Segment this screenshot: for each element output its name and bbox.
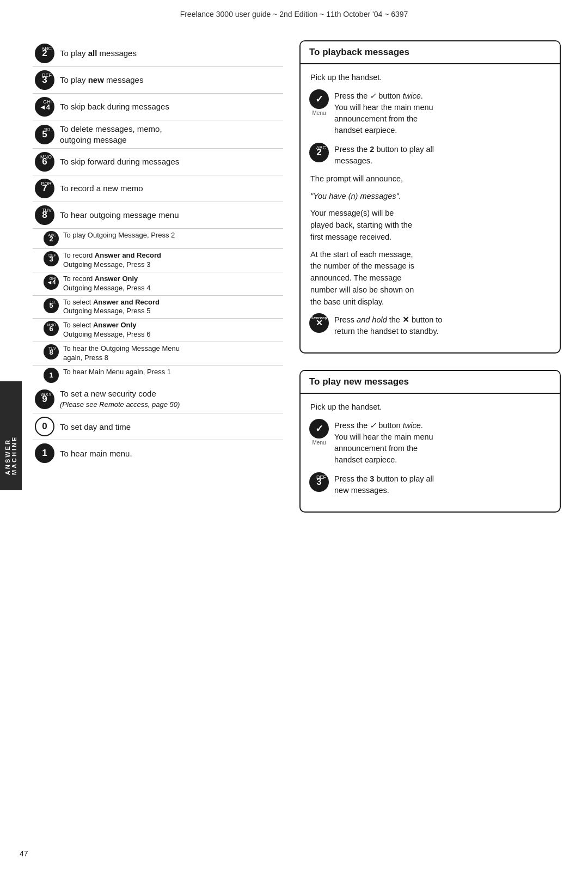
playback-step-x: Secrecy✕ Press and hold the ✕ button tor… [309,313,551,337]
menu-label-new: Menu [312,440,326,446]
menu-text-4: To skip back during messages [60,101,169,112]
submenu-badge-3: DEF3 [44,251,59,266]
header-title: Freelance 3000 user guide ~ 2nd Edition … [180,10,408,19]
page-number: 47 [20,849,28,858]
playback-box: To playback messages Pick up the handset… [299,40,561,354]
submenu-badge-2: ABC2 [44,231,59,246]
menu-row-2: ABC2 To play all messages [33,40,283,67]
left-column: ABC2 To play all messages DEF3 To play n… [33,40,283,529]
key-badge-8: TUV8 [35,205,54,225]
new-check-text: Press the ✓ button twice. You will hear … [334,419,433,466]
menu-row-5: JKL5 To delete messages, memo,outgoing m… [33,120,283,149]
menu-text-5: To delete messages, memo,outgoing messag… [60,124,162,145]
key-badge-2: ABC2 [35,44,54,63]
menu-row-1: 1 To hear main menu. [33,440,283,466]
key-badge-4: GHI◄4 [35,97,54,117]
menu-row-3: DEF3 To play new messages [33,67,283,94]
playback-played-text: Your message(s) will beplayed back, star… [309,208,551,243]
submenu-row-3: DEF3 To record Answer and RecordOutgoing… [33,249,283,272]
side-label: ANSWER MACHINE [0,381,22,490]
submenu-row-5: JKL5 To select Answer and RecordOutgoing… [33,296,283,319]
menu-row-7: PQR7 To record a new memo [33,175,283,202]
key-badge-7: PQR7 [35,179,54,198]
submenu-text-6: To select Answer OnlyOutgoing Message, P… [63,321,150,339]
playback-check-text: Press the ✓ button twice. You will hear … [334,89,433,136]
submenu-badge-5: JKL5 [44,298,59,313]
x-badge: Secrecy✕ [309,313,329,333]
submenu-text-3: To record Answer and RecordOutgoing Mess… [63,251,161,270]
menu-row-4: GHI◄4 To skip back during messages [33,94,283,120]
playback-box-title: To playback messages [301,41,560,64]
menu-row-8: TUV8 To hear outgoing message menu [33,202,283,229]
badge-right-2: ABC2 [309,143,329,162]
playback-step-2: ABC2 Press the 2 button to play allmessa… [309,143,551,167]
menu-row-9: WXY9 To set a new security code(Please s… [33,385,283,413]
submenu-text-1: To hear Main Menu again, Press 1 [63,368,171,377]
playback-quote: "You have (n) messages". [309,191,551,203]
right-column: To playback messages Pick up the handset… [299,40,561,529]
playback-step-pickup: Pick up the handset. [309,72,551,84]
playback-prompt-text: The prompt will announce, [309,173,551,185]
playback-step-check: ✓ Menu Press the ✓ button twice. You wil… [309,89,551,136]
key-badge-9: WXY9 [35,389,54,409]
submenu-text-2: To play Outgoing Message, Press 2 [63,231,175,240]
new-step-check: ✓ Menu Press the ✓ button twice. You wil… [309,419,551,466]
submenu-row-6: MNO6 To select Answer OnlyOutgoing Messa… [33,319,283,342]
badge-right-3: DEF3 [309,472,329,492]
submenu-row-4: GHI◄4 To record Answer OnlyOutgoing Mess… [33,272,283,296]
new-messages-box-title: To play new messages [301,371,560,394]
playback-x-text: Press and hold the ✕ button toreturn the… [334,313,442,337]
submenu-badge-8b: TUV8 [44,344,59,360]
menu-text-7: To record a new memo [60,183,143,194]
check-badge: ✓ [309,89,329,109]
key-badge-1: 1 [35,443,54,463]
new-step-3: DEF3 Press the 3 button to play allnew m… [309,472,551,496]
playback-box-body: Pick up the handset. ✓ Menu Press the ✓ … [301,64,560,352]
new-3-text: Press the 3 button to play allnew messag… [334,472,434,496]
menu-text-2: To play all messages [60,48,137,59]
menu-text-0: To set day and time [60,422,131,433]
menu-row-0: 0 To set day and time [33,413,283,440]
submenu-text-5: To select Answer and RecordOutgoing Mess… [63,298,160,316]
submenu-badge-1: 1 [44,368,59,383]
submenu-text-4: To record Answer OnlyOutgoing Message, P… [63,275,150,293]
submenu-row-1: 1 To hear Main Menu again, Press 1 [33,366,283,385]
check-badge-new: ✓ [309,419,329,438]
playback-start-text: At the start of each message,the number … [309,249,551,308]
submenu-text-8b: To hear the Outgoing Message Menuagain, … [63,344,180,363]
menu-text-1: To hear main menu. [60,448,132,459]
playback-2-text: Press the 2 button to play allmessages. [334,143,434,167]
submenu-row-2: ABC2 To play Outgoing Message, Press 2 [33,229,283,249]
menu-text-3: To play new messages [60,75,143,86]
submenu-row-8b: TUV8 To hear the Outgoing Message Menuag… [33,342,283,366]
menu-text-9: To set a new security code(Please see Re… [60,388,180,410]
submenu-badge-4: GHI◄4 [44,275,59,290]
menu-text-8: To hear outgoing message menu [60,210,179,221]
submenu-badge-6: MNO6 [44,321,59,336]
menu-text-6: To skip forward during messages [60,156,179,167]
key-badge-6: MNO6 [35,152,54,172]
menu-row-6: MNO6 To skip forward during messages [33,149,283,175]
menu-label: Menu [312,110,326,116]
page-header: Freelance 3000 user guide ~ 2nd Edition … [0,0,588,24]
key-badge-5: JKL5 [35,125,54,144]
new-messages-box: To play new messages Pick up the handset… [299,370,561,513]
submenu-section: ABC2 To play Outgoing Message, Press 2 D… [33,229,283,385]
new-step-pickup: Pick up the handset. [309,401,551,413]
new-messages-box-body: Pick up the handset. ✓ Menu Press the ✓ … [301,394,560,511]
key-badge-3: DEF3 [35,70,54,90]
key-badge-0: 0 [35,417,54,436]
